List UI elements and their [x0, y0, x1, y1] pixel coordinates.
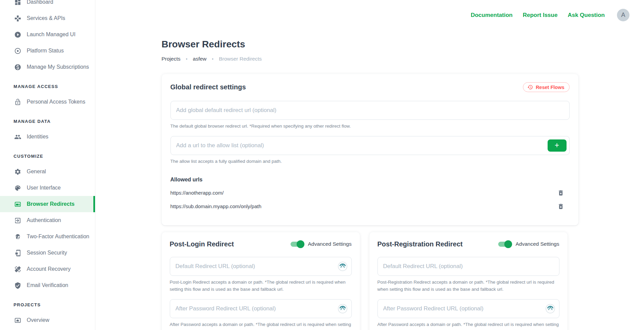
- user-avatar[interactable]: A: [617, 9, 629, 21]
- post-login-advanced-wrap: Advanced Settings: [291, 241, 351, 247]
- avatar-initial: A: [621, 12, 625, 19]
- redirect-preview-icon[interactable]: [338, 304, 347, 313]
- breadcrumb-separator: •: [186, 57, 188, 62]
- allowed-url-row: https://anotherapp.com/: [170, 190, 570, 196]
- sidebar-item-dashboard[interactable]: Dashboard: [0, 0, 95, 10]
- post-registration-after-password-input[interactable]: [377, 299, 559, 318]
- sidebar-item-label: Identities: [27, 134, 48, 140]
- lock-open-icon: [14, 98, 21, 106]
- sidebar-item-identities[interactable]: Identities: [0, 129, 95, 145]
- post-registration-advanced-toggle[interactable]: [498, 242, 511, 247]
- redirect-cards-row: Post-Login Redirect Advanced Settings Po…: [162, 232, 578, 330]
- post-login-title: Post-Login Redirect: [170, 240, 234, 248]
- sidebar-item-label: Email Verification: [27, 282, 68, 288]
- global-card-header: Global redirect settings Reset Flows: [170, 82, 570, 92]
- sidebar-item-authentication[interactable]: Authentication: [0, 212, 95, 228]
- allowed-url-row: https://sub.domain.myapp.com/only/path: [170, 203, 570, 210]
- gear-icon: [14, 168, 21, 175]
- palette-icon: [14, 184, 21, 192]
- post-login-default-help: Post-Login Redirect accepts a domain or …: [170, 279, 352, 293]
- sidebar-item-label: Manage My Subscriptions: [27, 64, 89, 70]
- reset-flows-button[interactable]: Reset Flows: [523, 82, 570, 92]
- redirect-preview-icon[interactable]: [338, 262, 347, 271]
- breadcrumb-projects[interactable]: Projects: [162, 56, 181, 62]
- sidebar-item-manage-subscriptions[interactable]: Manage My Subscriptions: [0, 59, 95, 75]
- delete-url-button[interactable]: [557, 190, 564, 196]
- bandage-icon: [14, 266, 21, 273]
- post-registration-card: Post-Registration Redirect Advanced Sett…: [369, 232, 568, 330]
- sidebar-item-label: Session Security: [27, 250, 67, 256]
- dollar-circle-icon: [14, 64, 21, 71]
- post-registration-default-field: [377, 257, 559, 276]
- add-url-button[interactable]: +: [548, 139, 567, 152]
- sidebar-item-label: Launch Managed UI: [27, 31, 75, 38]
- allowed-urls-title: Allowed urls: [170, 177, 570, 183]
- sidebar-item-account-recovery[interactable]: Account Recovery: [0, 261, 95, 277]
- global-default-url-help: The default global browser redirect url.…: [170, 123, 570, 130]
- post-registration-default-help: Post-Registration Redirect accepts a dom…: [377, 279, 559, 293]
- sidebar-item-services-apis[interactable]: Services & APIs: [0, 10, 95, 26]
- documentation-link[interactable]: Documentation: [471, 12, 513, 19]
- ask-question-link[interactable]: Ask Question: [568, 12, 605, 19]
- global-default-url-input[interactable]: [170, 101, 570, 120]
- login-arrow-icon: [14, 217, 21, 224]
- post-registration-default-url-input[interactable]: [377, 257, 559, 276]
- dashboard-icon: [14, 0, 21, 6]
- status-rings-icon: [14, 47, 21, 54]
- toggle-knob: [504, 240, 512, 248]
- sidebar-item-browser-redirects[interactable]: Browser Redirects: [0, 196, 95, 212]
- sidebar-item-label: User Interface: [27, 185, 61, 191]
- post-login-default-field: [170, 257, 352, 276]
- sidebar-item-label: Overview: [27, 317, 49, 323]
- sidebar-item-label: General: [27, 169, 46, 175]
- sidebar-item-general[interactable]: General: [0, 163, 95, 180]
- report-issue-link[interactable]: Report Issue: [523, 12, 557, 19]
- fingerprint-icon: [14, 233, 21, 240]
- image-cloud-icon: [14, 317, 21, 324]
- sidebar-item-launch-managed-ui[interactable]: Launch Managed UI: [0, 26, 95, 43]
- sidebar-item-label: Platform Status: [27, 48, 64, 54]
- topbar: Documentation Report Issue Ask Question …: [96, 0, 644, 21]
- global-redirect-settings-card: Global redirect settings Reset Flows The…: [162, 74, 578, 225]
- sidebar-item-label: Account Recovery: [27, 266, 71, 272]
- post-login-after-password-input[interactable]: [170, 299, 352, 318]
- sidebar-item-user-interface[interactable]: User Interface: [0, 180, 95, 196]
- people-icon: [14, 133, 21, 140]
- sidebar-section-projects: PROJECTS: [0, 302, 95, 307]
- sidebar-item-session-security[interactable]: Session Security: [0, 245, 95, 261]
- plus-icon: +: [555, 141, 559, 150]
- redirect-preview-icon[interactable]: [546, 304, 555, 313]
- global-default-url-field: [170, 101, 570, 120]
- sidebar-item-platform-status[interactable]: Platform Status: [0, 43, 95, 59]
- trash-icon: [557, 203, 564, 210]
- sidebar-item-label: Dashboard: [27, 0, 53, 5]
- page-title: Browser Redirects: [162, 39, 578, 50]
- sidebar-item-two-factor[interactable]: Two-Factor Authentication: [0, 228, 95, 245]
- phone-lock-icon: [14, 249, 21, 257]
- browser-window-icon: [14, 201, 21, 208]
- post-login-after-field: [170, 299, 352, 318]
- allowed-url-text: https://anotherapp.com/: [170, 190, 224, 196]
- breadcrumb-project-name[interactable]: asfew: [193, 56, 207, 62]
- sidebar-item-label: Personal Access Tokens: [27, 99, 85, 105]
- sidebar-item-label: Browser Redirects: [27, 201, 74, 207]
- advanced-settings-label: Advanced Settings: [308, 241, 351, 247]
- services-icon: [14, 15, 21, 22]
- sidebar-section-customize: CUSTOMIZE: [0, 154, 95, 159]
- shield-check-icon: [14, 282, 21, 289]
- sidebar-item-email-verification[interactable]: Email Verification: [0, 277, 95, 293]
- sidebar-item-overview[interactable]: Overview: [0, 312, 95, 328]
- delete-url-button[interactable]: [557, 203, 564, 210]
- toggle-knob: [297, 240, 304, 248]
- sidebar-item-label: Services & APIs: [27, 15, 65, 21]
- global-card-title: Global redirect settings: [170, 83, 246, 91]
- breadcrumb-separator: •: [212, 57, 214, 62]
- sidebar-scroll: Dashboard Services & APIs Launch Managed…: [0, 0, 95, 328]
- post-registration-header: Post-Registration Redirect Advanced Sett…: [377, 240, 559, 248]
- post-registration-after-help: After Password accepts a domain or path.…: [377, 321, 559, 330]
- post-login-default-url-input[interactable]: [170, 257, 352, 276]
- sidebar: Dashboard Services & APIs Launch Managed…: [0, 0, 95, 330]
- allow-list-url-input[interactable]: [170, 136, 570, 155]
- post-login-advanced-toggle[interactable]: [291, 242, 303, 247]
- sidebar-item-personal-access-tokens[interactable]: Personal Access Tokens: [0, 94, 95, 110]
